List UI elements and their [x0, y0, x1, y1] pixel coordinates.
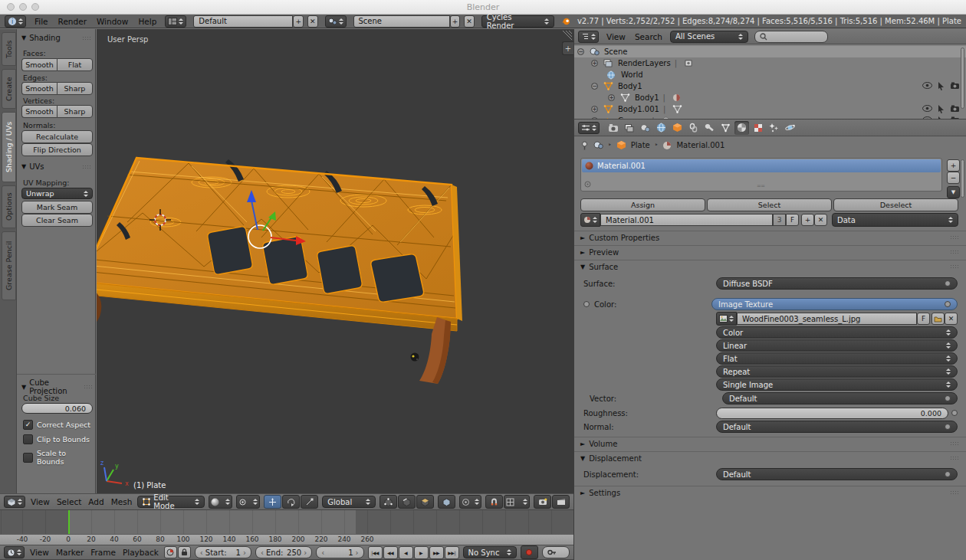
correct-aspect-row[interactable]: ✓ Correct Aspect	[23, 420, 90, 430]
tab-create[interactable]: Create	[2, 69, 16, 109]
hide-toggle-eye-icon[interactable]	[922, 105, 932, 113]
menu-playback[interactable]: Playback	[121, 548, 160, 557]
scale-to-bounds-row[interactable]: Scale to Bounds	[23, 449, 95, 466]
tab-texture[interactable]	[751, 121, 765, 135]
breadcrumb-object[interactable]: Plate	[631, 141, 650, 149]
slot-filter-icon[interactable]	[584, 181, 591, 188]
breadcrumb-material[interactable]: Material.001	[676, 141, 724, 149]
expand-icon[interactable]: +	[591, 106, 598, 113]
material-slot-list[interactable]: Material.001 ══	[580, 158, 942, 192]
panel-grip-icon[interactable]	[950, 264, 960, 269]
tab-physics[interactable]	[783, 121, 797, 135]
assign-button[interactable]: Assign	[580, 198, 705, 211]
editor-type-button[interactable]	[4, 546, 25, 558]
manipulator-scale-button[interactable]	[301, 495, 318, 509]
faces-flat-button[interactable]: Flat	[57, 58, 93, 71]
outliner-scrollbar[interactable]	[961, 47, 964, 109]
opengl-render-animation-button[interactable]	[552, 495, 570, 509]
remove-material-slot-button[interactable]: −	[947, 172, 960, 184]
scene-crumb-icon[interactable]	[593, 141, 603, 149]
outliner-row-body1-data[interactable]: + Body1 |	[574, 92, 966, 103]
outliner-row-scene[interactable]: − Scene	[574, 46, 966, 57]
outliner-row-body1-001[interactable]: + Body1.001 |	[574, 103, 966, 115]
viewport-3d[interactable]: x y z User Persp (1) Plate +	[97, 29, 573, 493]
image-name-field[interactable]: WoodFine0003_seamless_L.jpg	[737, 313, 917, 325]
correct-aspect-checkbox[interactable]: ✓	[23, 420, 33, 430]
proportional-edit-select[interactable]	[459, 495, 481, 509]
menu-view[interactable]: View	[29, 497, 51, 506]
clear-seam-button[interactable]: Clear Seam	[21, 214, 93, 227]
delete-layout-button[interactable]: ✕	[307, 15, 318, 28]
display-mode-select[interactable]: All Scenes	[670, 31, 748, 43]
delete-scene-button[interactable]: ✕	[464, 15, 475, 28]
current-frame-field[interactable]: ‹ 1 ›	[316, 546, 363, 558]
limit-selection-visible-button[interactable]	[438, 495, 455, 509]
cube-size-slider[interactable]: 0.060	[21, 403, 93, 414]
tab-constraints[interactable]	[686, 121, 701, 135]
viewport-shading-select[interactable]	[209, 495, 232, 509]
image-extension-select[interactable]: Repeat	[716, 365, 958, 378]
snap-element-select[interactable]	[504, 495, 530, 509]
menu-add[interactable]: Add	[87, 497, 105, 506]
vector-select[interactable]: Default	[722, 392, 958, 404]
image-color-space-select[interactable]: Color	[716, 326, 958, 339]
panel-grip-icon[interactable]	[84, 385, 92, 389]
select-button[interactable]: Select	[707, 198, 832, 211]
color-source-select[interactable]: Image Texture	[711, 298, 958, 310]
selectability-toggle-icon[interactable]	[938, 82, 945, 90]
panel-grip-icon[interactable]	[950, 250, 960, 254]
uvs-panel-header[interactable]: ▼ UVs	[21, 162, 92, 171]
increment-icon[interactable]: ›	[304, 549, 307, 557]
pivot-point-select[interactable]	[236, 495, 260, 509]
render-toggle-icon[interactable]	[950, 105, 960, 113]
tab-render[interactable]	[606, 121, 620, 135]
knob-object[interactable]	[411, 353, 419, 362]
panel-grip-icon[interactable]	[82, 165, 92, 169]
editor-type-button[interactable]: i	[5, 15, 26, 28]
menu-frame[interactable]: Frame	[89, 548, 117, 557]
play-reverse-button[interactable]: ◀	[399, 546, 413, 559]
custom-properties-panel-header[interactable]: ► Custom Properties	[574, 231, 966, 244]
keying-set-button[interactable]	[542, 546, 570, 558]
render-engine-select[interactable]: Cycles Render	[481, 15, 554, 28]
settings-panel-header[interactable]: ► Settings	[574, 486, 966, 499]
menu-render[interactable]: Render	[57, 17, 88, 26]
material-link-select[interactable]: Data	[832, 213, 958, 227]
menu-marker[interactable]: Marker	[54, 548, 85, 557]
tab-options[interactable]: Options	[2, 185, 16, 228]
fake-user-button[interactable]: F	[786, 214, 799, 226]
panel-grip-icon[interactable]	[950, 441, 960, 446]
render-toggle-icon[interactable]	[950, 82, 960, 90]
collapse-icon[interactable]: −	[591, 83, 598, 90]
browse-image-button[interactable]	[716, 312, 737, 326]
auto-keyframe-record-button[interactable]	[521, 545, 538, 559]
tab-shading-uvs[interactable]: Shading / UVs	[2, 112, 16, 182]
material-slot-item[interactable]: Material.001	[582, 159, 941, 172]
preview-panel-header[interactable]: ► Preview	[574, 245, 966, 258]
outliner-search-input[interactable]	[754, 31, 828, 43]
add-scene-button[interactable]: +	[450, 15, 461, 28]
uv-mapping-select[interactable]: Unwrap	[21, 188, 93, 199]
shading-panel-header[interactable]: ▼ Shading	[21, 34, 92, 42]
properties-scrollbar[interactable]	[961, 159, 964, 198]
add-layout-button[interactable]: +	[293, 15, 304, 28]
preview-range-button[interactable]	[164, 546, 177, 558]
hide-toggle-eye-icon[interactable]	[922, 82, 932, 90]
tab-render-layers[interactable]	[622, 121, 636, 135]
transform-orientation-select[interactable]: Global	[322, 496, 375, 508]
screen-layout-name-field[interactable]: Default	[193, 15, 293, 28]
decrement-icon[interactable]: ‹	[261, 549, 264, 557]
vertices-sharp-button[interactable]: Sharp	[57, 105, 93, 118]
previous-keyframe-button[interactable]: ◀◀	[383, 546, 398, 559]
surface-panel-header[interactable]: ▼ Surface	[574, 260, 966, 273]
faces-smooth-button[interactable]: Smooth	[21, 58, 57, 71]
edges-sharp-button[interactable]: Sharp	[57, 82, 93, 95]
material-crumb-icon[interactable]	[662, 141, 672, 150]
tab-tools[interactable]: Tools	[2, 32, 16, 66]
list-resize-grip-icon[interactable]: ══	[757, 183, 765, 189]
normal-select[interactable]: Default	[716, 421, 958, 433]
new-material-button[interactable]: +	[801, 214, 814, 226]
tab-grease-pencil[interactable]: Grease Pencil	[2, 231, 16, 300]
tab-modifiers[interactable]	[702, 121, 717, 135]
snap-toggle-button[interactable]	[485, 495, 503, 509]
